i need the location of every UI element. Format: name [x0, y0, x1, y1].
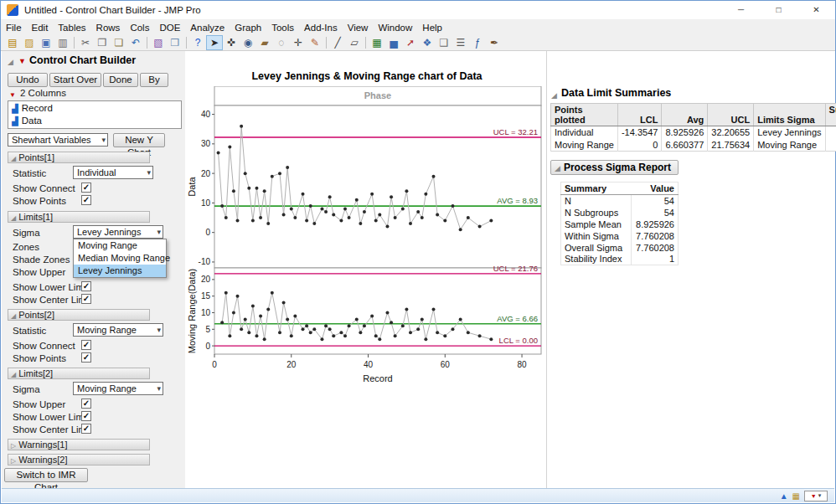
data-point[interactable] — [263, 337, 266, 341]
minimize-button[interactable]: ─ — [722, 1, 760, 19]
data-point[interactable] — [436, 213, 439, 217]
data-point[interactable] — [290, 334, 293, 337]
plot-frame[interactable] — [214, 268, 541, 354]
data-point[interactable] — [385, 225, 389, 229]
data-point[interactable] — [240, 327, 243, 331]
data-point[interactable] — [236, 295, 240, 298]
data-point[interactable] — [374, 334, 378, 337]
data-point[interactable] — [363, 324, 366, 327]
statistic1-dropdown[interactable]: Individual — [73, 166, 153, 179]
show-connect2-checkbox[interactable]: ✓ — [81, 340, 91, 350]
data-point[interactable] — [244, 172, 247, 175]
data-point[interactable] — [355, 317, 359, 321]
data-point[interactable] — [302, 193, 305, 196]
data-point[interactable] — [489, 337, 493, 341]
data-point[interactable] — [390, 321, 393, 324]
data-point[interactable] — [244, 317, 247, 321]
data-point[interactable] — [286, 166, 289, 169]
report-disclosure-icon[interactable]: ◢ — [8, 58, 13, 66]
help-tool-icon[interactable]: ? — [189, 35, 206, 50]
menu-doe[interactable]: DOE — [154, 20, 185, 35]
data-point[interactable] — [390, 195, 393, 198]
data-point[interactable] — [478, 225, 482, 229]
menu-help[interactable]: Help — [417, 20, 447, 35]
sigma1-dropdown[interactable]: Levey Jennings — [73, 225, 163, 239]
data-point[interactable] — [259, 216, 262, 219]
data-point[interactable] — [251, 305, 255, 308]
data-point[interactable] — [290, 207, 293, 210]
data-point[interactable] — [343, 334, 347, 337]
data-point[interactable] — [467, 331, 470, 334]
data-point[interactable] — [409, 331, 412, 334]
crosshair-tool-icon[interactable]: ✛ — [290, 35, 307, 50]
data-point[interactable] — [217, 151, 220, 154]
data-point[interactable] — [312, 327, 316, 331]
data-point[interactable] — [359, 331, 362, 334]
points2-section-header[interactable]: ◢Points[2] — [8, 309, 150, 321]
maximize-button[interactable]: □ — [760, 1, 797, 19]
data-point[interactable] — [443, 219, 446, 223]
bottom-red-triangle-menu[interactable]: ▼ ▾ — [804, 491, 828, 501]
column-item-data[interactable]: ▟Data — [8, 115, 181, 127]
scroll-indicator-icon[interactable]: ▲ — [780, 490, 788, 502]
data-point[interactable] — [247, 331, 250, 334]
option-median-moving-range[interactable]: Median Moving Range — [74, 252, 166, 265]
data-point[interactable] — [394, 334, 397, 337]
data-point[interactable] — [328, 195, 332, 198]
data-point[interactable] — [328, 327, 332, 331]
data-point[interactable] — [363, 210, 366, 213]
paste-icon[interactable]: ❏ — [111, 35, 127, 50]
fit-y-by-x-icon[interactable]: ➚ — [402, 35, 419, 50]
data-point[interactable] — [266, 222, 270, 225]
data-point[interactable] — [224, 216, 228, 219]
data-table-icon[interactable]: ▦ — [369, 35, 385, 50]
show-connect1-checkbox[interactable]: ✓ — [81, 183, 91, 193]
data-point[interactable] — [263, 189, 266, 193]
data-point[interactable] — [305, 219, 308, 223]
layout-icon[interactable]: ❒ — [167, 35, 183, 50]
points1-section-header[interactable]: ◢Points[1] — [8, 152, 150, 163]
done-button[interactable]: Done — [103, 73, 138, 87]
column-item-record[interactable]: ▟Record — [8, 102, 181, 115]
control-charts-canvas[interactable]: Phase-10010203040UCL = 32.21AVG = 8.93Da… — [187, 86, 547, 388]
data-point[interactable] — [370, 193, 374, 196]
menu-tables[interactable]: Tables — [53, 20, 90, 35]
cut-icon[interactable]: ✂ — [77, 35, 94, 50]
new-window-icon[interactable]: ❑ — [436, 35, 452, 50]
data-point[interactable] — [359, 222, 362, 225]
data-point[interactable] — [309, 204, 312, 208]
data-point[interactable] — [424, 193, 427, 196]
copy-icon[interactable]: ❐ — [94, 35, 111, 50]
menu-view[interactable]: View — [343, 20, 374, 35]
grabber-tool-icon[interactable]: ✜ — [223, 35, 240, 50]
data-point[interactable] — [348, 324, 351, 327]
limits1-section-header[interactable]: ◢Limits[1] — [8, 211, 150, 223]
data-point[interactable] — [293, 216, 297, 219]
show-points2-checkbox[interactable]: ✓ — [81, 352, 91, 363]
option-levey-jennings[interactable]: Levey Jennings — [74, 265, 166, 277]
data-point[interactable] — [271, 291, 274, 295]
annotate-tool-icon[interactable]: ✎ — [307, 35, 323, 50]
data-point[interactable] — [293, 314, 297, 317]
limits2-section-header[interactable]: ◢Limits[2] — [8, 368, 150, 379]
zoom-tool-icon[interactable]: ◉ — [240, 35, 256, 50]
data-point[interactable] — [467, 216, 470, 219]
data-point[interactable] — [271, 175, 274, 178]
show-lower1-checkbox[interactable]: ✓ — [81, 281, 91, 291]
data-point[interactable] — [220, 204, 224, 208]
new-y-chart-button[interactable]: New Y Chart — [113, 133, 165, 147]
data-point[interactable] — [255, 334, 258, 337]
data-point[interactable] — [320, 337, 323, 341]
show-points1-checkbox[interactable]: ✓ — [81, 195, 91, 205]
data-point[interactable] — [378, 337, 381, 341]
journal-icon[interactable]: ▧ — [150, 35, 167, 50]
data-point[interactable] — [421, 216, 424, 219]
start-over-button[interactable]: Start Over — [49, 73, 101, 87]
data-point[interactable] — [394, 216, 397, 219]
data-point[interactable] — [374, 219, 378, 223]
data-point[interactable] — [259, 314, 262, 317]
data-point[interactable] — [401, 324, 405, 327]
data-point[interactable] — [378, 213, 381, 217]
data-point[interactable] — [320, 207, 323, 210]
data-point[interactable] — [432, 175, 436, 178]
